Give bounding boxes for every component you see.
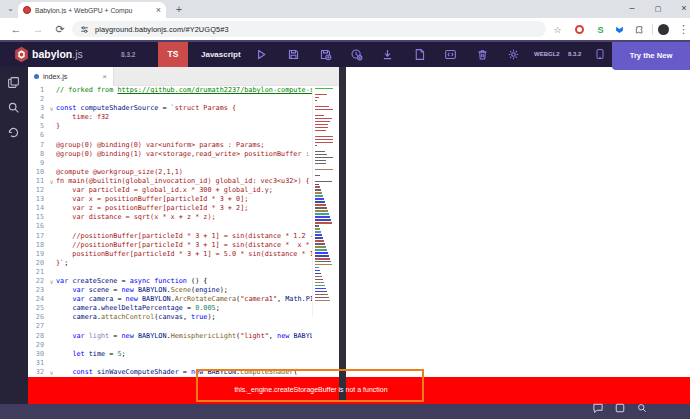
line-number: 13 [28, 195, 47, 204]
snippet-history-button[interactable] [350, 48, 364, 62]
code-line[interactable]: 22∨var createScene = async function () { [28, 277, 312, 286]
clear-trash-button[interactable] [476, 48, 490, 62]
code-text [56, 359, 312, 368]
fold-chevron-icon[interactable]: ∨ [47, 368, 56, 377]
try-new-inspector-button[interactable]: Try the New Inspector [612, 42, 690, 70]
split-divider-handle[interactable] [339, 67, 346, 401]
code-line[interactable]: 6 [28, 131, 312, 140]
window-close-button[interactable]: × [674, 1, 690, 16]
code-line[interactable]: 30 let time = 5; [28, 350, 312, 359]
extension-s-icon[interactable]: S [593, 22, 608, 37]
line-number: 24 [28, 295, 47, 304]
code-line[interactable]: 14 var z = positionBuffer[particleId * 3… [28, 204, 312, 213]
code-line[interactable]: 31 [28, 359, 312, 368]
browser-menu-icon[interactable]: ⋮ [676, 22, 690, 37]
download-button[interactable] [381, 48, 395, 62]
fold-chevron-icon [47, 122, 56, 131]
minimap[interactable] [312, 87, 336, 317]
files-explorer-icon[interactable] [7, 75, 21, 89]
profile-avatar[interactable] [656, 22, 671, 37]
code-line[interactable]: 21 [28, 268, 312, 277]
line-number: 7 [28, 141, 47, 150]
code-editor[interactable]: 1// forked from https://github.com/druma… [28, 86, 312, 377]
code-line[interactable]: 27 [28, 322, 312, 331]
code-line[interactable]: 10@compute @workgroup_size(2,1,1) [28, 168, 312, 177]
brand-title[interactable]: babylon.js [32, 48, 83, 60]
device-qr-icon[interactable] [594, 48, 608, 62]
typescript-toggle-button[interactable]: TS [158, 42, 188, 67]
fold-chevron-icon[interactable]: ∨ [47, 177, 56, 186]
code-line[interactable]: 12 var particleId = global_id.x * 300 + … [28, 186, 312, 195]
line-number: 4 [28, 113, 47, 122]
fold-chevron-icon [47, 204, 56, 213]
url-text: playground.babylonjs.com/#Y2UGQ5#3 [95, 25, 229, 34]
extension-babylon-icon[interactable] [572, 22, 587, 37]
address-bar[interactable]: playground.babylonjs.com/#Y2UGQ5#3 [72, 21, 546, 37]
history-icon[interactable] [7, 125, 21, 139]
fold-chevron-icon [47, 359, 56, 368]
code-text: positionBuffer[particleId * 3 + 1] = 5.0… [56, 250, 312, 259]
code-line[interactable]: 28 var light = new BABYLON.HemisphericLi… [28, 332, 312, 341]
editor-tab-bar: index.js × [28, 67, 345, 86]
code-line[interactable]: 5} [28, 122, 312, 131]
tab-close-icon[interactable]: × [156, 5, 161, 15]
code-text [56, 222, 312, 231]
search-icon[interactable] [7, 100, 21, 114]
fold-chevron-icon [47, 195, 56, 204]
fold-chevron-icon [47, 141, 56, 150]
examples-search-icon[interactable] [636, 400, 649, 413]
code-line[interactable]: 15 var distance = sqrt(x * x + z * z); [28, 213, 312, 222]
line-number: 27 [28, 322, 47, 331]
back-button[interactable]: ← [8, 21, 24, 37]
save-button[interactable] [287, 48, 301, 62]
render-canvas[interactable] [346, 67, 690, 377]
save-as-new-button[interactable] [319, 48, 333, 62]
extensions-puzzle-icon[interactable] [631, 22, 646, 37]
code-text [56, 268, 312, 277]
fold-chevron-icon [47, 150, 56, 159]
editor-tab-indexjs[interactable]: index.js × [28, 67, 114, 86]
line-number: 21 [28, 268, 47, 277]
code-line[interactable]: 17 //positionBuffer[particleId * 3 + 1] … [28, 232, 312, 241]
code-line[interactable]: 25 camera.wheelDeltaPercentage = 0.005; [28, 304, 312, 313]
window-maximize-button[interactable]: ▢ [648, 1, 668, 16]
forward-button[interactable]: → [30, 21, 46, 37]
feedback-bubble-icon[interactable] [592, 400, 605, 413]
reload-button[interactable]: ⟳ [52, 21, 68, 37]
code-line[interactable]: 11∨fn main(@builtin(global_invocation_id… [28, 177, 312, 186]
editor-tab-close-icon[interactable]: × [102, 72, 107, 81]
qr-frame-icon[interactable] [614, 400, 627, 413]
code-line[interactable]: 9 [28, 159, 312, 168]
code-line[interactable]: 24 var camera = new BABYLON.ArcRotateCam… [28, 295, 312, 304]
settings-gear-icon[interactable] [507, 48, 521, 62]
window-minimize-button[interactable]: – [622, 1, 642, 16]
babylon-logo-icon[interactable] [13, 46, 30, 67]
site-info-icon[interactable] [80, 25, 89, 34]
fold-chevron-icon[interactable]: ∨ [47, 104, 56, 113]
new-tab-button[interactable]: + [172, 2, 186, 16]
tab-search-button[interactable]: ⌄ [4, 3, 17, 15]
code-line[interactable]: 23 var scene = new BABYLON.Scene(engine)… [28, 286, 312, 295]
code-line[interactable]: 29 [28, 341, 312, 350]
code-line[interactable]: 16 [28, 222, 312, 231]
code-line[interactable]: 20}`; [28, 259, 312, 268]
code-line[interactable]: 13 var x = positionBuffer[particleId * 3… [28, 195, 312, 204]
code-text [56, 159, 312, 168]
new-file-button[interactable] [413, 48, 427, 62]
bookmark-star-icon[interactable]: ☆ [550, 22, 565, 37]
code-line[interactable]: 19 positionBuffer[particleId * 3 + 1] = … [28, 250, 312, 259]
language-label[interactable]: Javascript [201, 50, 241, 59]
code-line[interactable]: 3∨const computeShaderSource = `struct Pa… [28, 104, 312, 113]
code-line[interactable]: 8@group(0) @binding(1) var<storage,read_… [28, 150, 312, 159]
fold-chevron-icon[interactable]: ∨ [47, 277, 56, 286]
code-line[interactable]: 18 //positionBuffer[particleId * 3 + 1] … [28, 241, 312, 250]
code-line[interactable]: 26 camera.attachControl(canvas, true); [28, 313, 312, 322]
code-line[interactable]: 1// forked from https://github.com/druma… [28, 86, 312, 95]
code-line[interactable]: 4 time: f32 [28, 113, 312, 122]
embed-code-button[interactable] [444, 48, 458, 62]
code-line[interactable]: 2 [28, 95, 312, 104]
code-line[interactable]: 7@group(0) @binding(0) var<uniform> para… [28, 141, 312, 150]
extension-blue-icon[interactable] [612, 22, 627, 37]
browser-tab[interactable]: Babylon.js + WebGPU + Compu × [18, 2, 166, 18]
run-button[interactable] [255, 48, 269, 62]
